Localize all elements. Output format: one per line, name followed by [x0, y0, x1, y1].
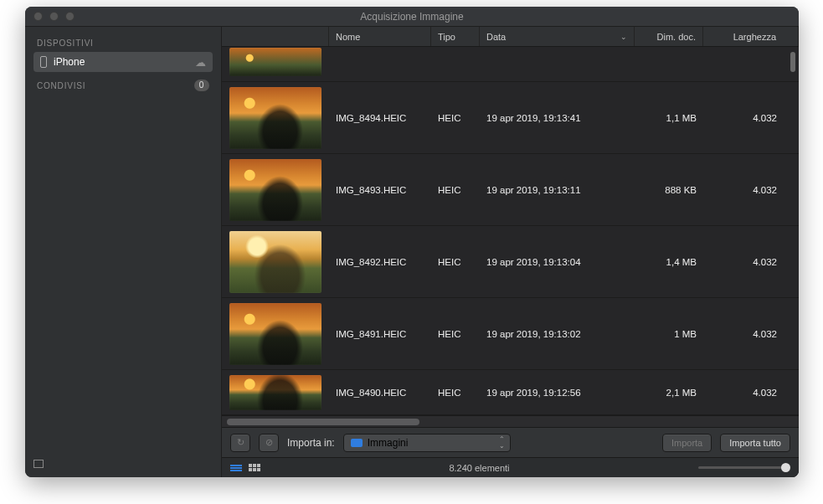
thumbnail [229, 231, 321, 293]
sort-indicator-icon: ⌄ [620, 33, 627, 41]
thumbnail [229, 159, 321, 221]
thumbnail [229, 87, 321, 149]
import-to-label: Importa in: [287, 437, 335, 449]
view-list-button[interactable] [230, 464, 242, 472]
cell-width: 4.032 [703, 185, 799, 195]
thumbnail [229, 303, 321, 365]
box-icon [33, 460, 44, 468]
table-row[interactable]: IMG_8491.HEIC HEIC 19 apr 2019, 19:13:02… [222, 298, 799, 370]
cell-name: IMG_8494.HEIC [329, 113, 431, 123]
sidebar-section-shared: CONDIVISI 0 [25, 75, 221, 95]
cloud-icon: ☁ [195, 56, 206, 69]
cell-type: HEIC [431, 257, 480, 267]
thumbnail [229, 375, 321, 410]
column-date[interactable]: Data ⌄ [480, 27, 635, 46]
status-bar: 8.240 elementi [222, 457, 799, 477]
grid-icon [249, 464, 260, 471]
shared-count-badge: 0 [194, 80, 209, 91]
cell-width: 4.032 [703, 388, 799, 398]
sidebar-section-devices: DISPOSITIVI [25, 33, 221, 52]
cell-size: 1,1 MB [635, 113, 703, 123]
close-icon[interactable] [33, 12, 43, 21]
window-title: Acquisizione Immagine [360, 11, 463, 23]
column-width[interactable]: Larghezza [703, 27, 799, 46]
delete-button[interactable]: ⊘ [259, 434, 279, 452]
sidebar: DISPOSITIVI iPhone ☁ CONDIVISI 0 [25, 27, 222, 477]
import-button[interactable]: Importa [662, 434, 712, 452]
table-row[interactable]: IMG_8490.HEIC HEIC 19 apr 2019, 19:12:56… [222, 370, 799, 415]
table-row[interactable]: IMG_8493.HEIC HEIC 19 apr 2019, 19:13:11… [222, 154, 799, 226]
cell-name: IMG_8490.HEIC [329, 388, 431, 398]
column-name[interactable]: Nome [329, 27, 431, 46]
folder-icon [351, 439, 363, 447]
horizontal-scrollbar[interactable] [222, 415, 799, 427]
app-window: Acquisizione Immagine DISPOSITIVI iPhone… [25, 7, 799, 477]
import-toolbar: ↻ ⊘ Importa in: Immagini ⌃⌄ Importa Impo… [222, 427, 799, 457]
cell-name: IMG_8491.HEIC [329, 329, 431, 339]
phone-icon [40, 56, 47, 68]
titlebar: Acquisizione Immagine [25, 7, 799, 27]
thumbnail [229, 48, 321, 76]
cell-type: HEIC [431, 388, 480, 398]
cell-width: 4.032 [703, 257, 799, 267]
cell-size: 2,1 MB [635, 388, 703, 398]
main-pane: Nome Tipo Data ⌄ Dim. doc. Larghezza IMG… [222, 27, 799, 477]
table-row[interactable]: IMG_8494.HEIC HEIC 19 apr 2019, 19:13:41… [222, 82, 799, 154]
list-icon [230, 464, 242, 472]
cell-date: 19 apr 2019, 19:13:02 [480, 329, 635, 339]
cell-type: HEIC [431, 329, 480, 339]
column-headers: Nome Tipo Data ⌄ Dim. doc. Larghezza [222, 27, 799, 47]
destination-select[interactable]: Immagini ⌃⌄ [343, 434, 511, 452]
sidebar-toggle[interactable] [33, 459, 44, 471]
cell-date: 19 apr 2019, 19:12:56 [480, 388, 635, 398]
table-row[interactable] [222, 47, 799, 82]
thumbnail-size-slider[interactable] [698, 466, 790, 469]
vertical-scrollbar[interactable] [790, 52, 795, 72]
column-thumbnail[interactable] [222, 27, 329, 46]
cell-width: 4.032 [703, 113, 799, 123]
table-row[interactable]: IMG_8492.HEIC HEIC 19 apr 2019, 19:13:04… [222, 226, 799, 298]
sidebar-item-label: iPhone [54, 56, 85, 68]
cell-width: 4.032 [703, 329, 799, 339]
zoom-icon[interactable] [65, 12, 75, 21]
file-list: IMG_8494.HEIC HEIC 19 apr 2019, 19:13:41… [222, 47, 799, 415]
cell-date: 19 apr 2019, 19:13:41 [480, 113, 635, 123]
cell-size: 1,4 MB [635, 257, 703, 267]
scrollbar-thumb[interactable] [227, 419, 419, 425]
minimize-icon[interactable] [49, 12, 59, 21]
traffic-lights [33, 12, 75, 21]
destination-label: Immagini [368, 437, 409, 449]
cell-name: IMG_8492.HEIC [329, 257, 431, 267]
cell-size: 888 KB [635, 185, 703, 195]
view-grid-button[interactable] [249, 464, 260, 471]
slider-knob[interactable] [781, 463, 790, 472]
cell-date: 19 apr 2019, 19:13:11 [480, 185, 635, 195]
column-type[interactable]: Tipo [431, 27, 480, 46]
cell-name: IMG_8493.HEIC [329, 185, 431, 195]
cell-date: 19 apr 2019, 19:13:04 [480, 257, 635, 267]
item-count: 8.240 elementi [449, 463, 509, 473]
import-all-button[interactable]: Importa tutto [720, 434, 790, 452]
cell-type: HEIC [431, 185, 480, 195]
sidebar-item-iphone[interactable]: iPhone ☁ [33, 52, 213, 72]
cell-size: 1 MB [635, 329, 703, 339]
chevron-updown-icon: ⌃⌄ [499, 436, 505, 450]
rotate-button[interactable]: ↻ [230, 434, 250, 452]
column-size[interactable]: Dim. doc. [635, 27, 703, 46]
cell-type: HEIC [431, 113, 480, 123]
